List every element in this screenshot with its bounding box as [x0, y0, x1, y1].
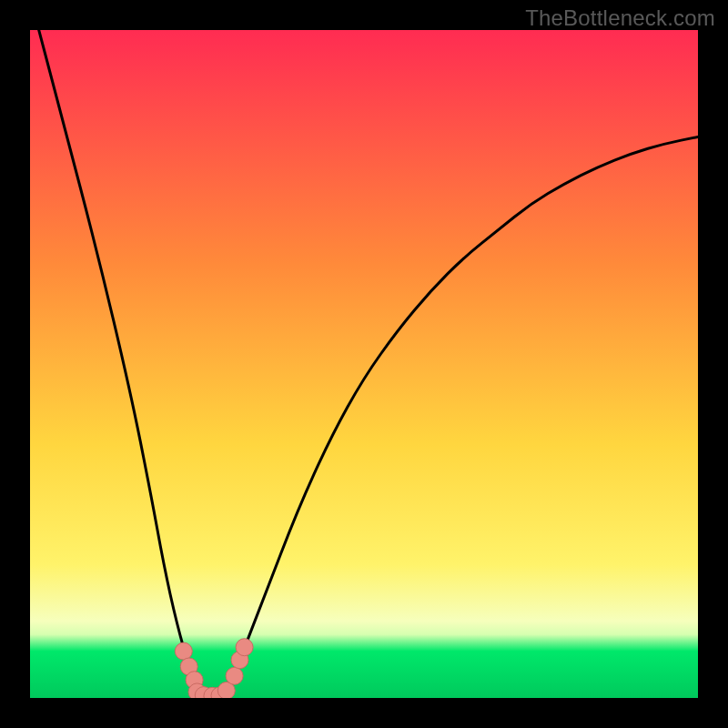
bottleneck-chart: [0, 0, 728, 728]
outer-frame: TheBottleneck.com: [0, 0, 728, 728]
data-point: [226, 667, 243, 684]
data-point: [175, 642, 192, 660]
watermark-text: TheBottleneck.com: [525, 5, 715, 31]
plot-background: [30, 30, 698, 698]
data-point: [236, 639, 253, 656]
